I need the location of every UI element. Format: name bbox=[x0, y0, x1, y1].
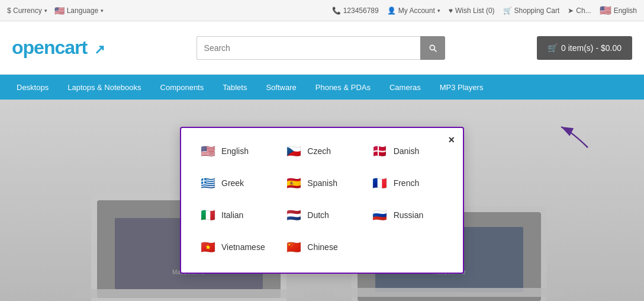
shopping-cart-link[interactable]: 🛒 Shopping Cart bbox=[503, 7, 560, 15]
nav-item-laptops[interactable]: Laptops & Notebooks bbox=[58, 75, 150, 100]
nav-item-mp3[interactable]: MP3 Players bbox=[430, 75, 493, 100]
header: opencart ↗ 🛒 0 item(s) - $0.00 bbox=[0, 21, 644, 75]
language-option-french[interactable]: 🇫🇷French bbox=[368, 172, 449, 194]
my-account-link[interactable]: 👤 My Account ▾ bbox=[387, 7, 440, 15]
logo[interactable]: opencart ↗ bbox=[12, 37, 104, 59]
language-option-vietnamese[interactable]: 🇻🇳Vietnamese bbox=[195, 236, 276, 258]
language-name-vietnamese: Vietnamese bbox=[221, 242, 265, 252]
language-name-spanish: Spanish bbox=[307, 178, 337, 188]
top-bar-right: 📞 123456789 👤 My Account ▾ ♥ Wish List (… bbox=[332, 5, 637, 16]
phone-number: 📞 123456789 bbox=[332, 7, 379, 15]
language-caret: ▾ bbox=[101, 8, 104, 14]
top-bar: $ Currency ▾ 🇺🇸 Language ▾ 📞 123456789 👤… bbox=[0, 0, 644, 21]
flag-english: 🇺🇸 bbox=[199, 142, 217, 160]
user-icon: 👤 bbox=[387, 7, 396, 15]
language-option-greek[interactable]: 🇬🇷Greek bbox=[195, 172, 276, 194]
language-name-greek: Greek bbox=[221, 178, 244, 188]
language-option-czech[interactable]: 🇨🇿Czech bbox=[281, 140, 362, 162]
checkout-icon: ➤ bbox=[568, 7, 574, 15]
language-name-english: English bbox=[221, 146, 249, 156]
flag-danish: 🇩🇰 bbox=[371, 142, 389, 160]
currency-dropdown[interactable]: $ Currency ▾ bbox=[7, 7, 47, 15]
modal-close-button[interactable]: × bbox=[448, 134, 455, 146]
language-name-russian: Russian bbox=[394, 210, 424, 220]
heart-icon: ♥ bbox=[449, 7, 453, 15]
nav-item-tablets[interactable]: Tablets bbox=[213, 75, 256, 100]
main-content: MacBook Air MacBook Air × 🇺🇸English🇨🇿Cze… bbox=[0, 100, 644, 301]
flag-czech: 🇨🇿 bbox=[285, 142, 302, 160]
cart-icon: 🛒 bbox=[503, 7, 512, 15]
flag-french: 🇫🇷 bbox=[371, 174, 389, 192]
search-button[interactable] bbox=[420, 36, 445, 60]
language-modal: × 🇺🇸English🇨🇿Czech🇩🇰Danish🇬🇷Greek🇪🇸Spani… bbox=[180, 127, 464, 274]
flag-spanish: 🇪🇸 bbox=[285, 174, 302, 192]
language-name-french: French bbox=[394, 178, 420, 188]
flag-chinese: 🇨🇳 bbox=[285, 238, 302, 256]
nav-item-desktops[interactable]: Desktops bbox=[7, 75, 58, 100]
nav-item-cameras[interactable]: Cameras bbox=[380, 75, 430, 100]
language-name-danish: Danish bbox=[394, 146, 420, 156]
language-label: Language bbox=[67, 7, 98, 15]
account-caret: ▾ bbox=[437, 8, 440, 14]
cart-button-icon: 🛒 bbox=[548, 43, 558, 53]
language-flag-icon: 🇺🇸 bbox=[54, 6, 65, 15]
nav-item-software[interactable]: Software bbox=[256, 75, 305, 100]
search-icon bbox=[428, 43, 437, 53]
language-dropdown[interactable]: 🇺🇸 Language ▾ bbox=[54, 6, 104, 15]
current-flag-icon: 🇺🇸 bbox=[600, 5, 611, 16]
language-option-russian[interactable]: 🇷🇺Russian bbox=[368, 204, 449, 226]
language-option-italian[interactable]: 🇮🇹Italian bbox=[195, 204, 276, 226]
language-grid: 🇺🇸English🇨🇿Czech🇩🇰Danish🇬🇷Greek🇪🇸Spanish… bbox=[195, 140, 449, 258]
logo-cart-icon: ↗ bbox=[94, 42, 104, 57]
cart-button[interactable]: 🛒 0 item(s) - $0.00 bbox=[537, 36, 632, 60]
search-area bbox=[197, 36, 445, 60]
wish-list-link[interactable]: ♥ Wish List (0) bbox=[449, 7, 495, 15]
checkout-link[interactable]: ➤ Ch... bbox=[568, 7, 591, 15]
language-name-italian: Italian bbox=[221, 210, 243, 220]
language-name-dutch: Dutch bbox=[307, 210, 329, 220]
language-name-czech: Czech bbox=[307, 146, 331, 156]
flag-italian: 🇮🇹 bbox=[199, 206, 217, 224]
cart-button-label: 0 item(s) - $0.00 bbox=[561, 43, 622, 53]
language-option-dutch[interactable]: 🇳🇱Dutch bbox=[281, 204, 362, 226]
flag-vietnamese: 🇻🇳 bbox=[199, 238, 217, 256]
language-name-chinese: Chinese bbox=[307, 242, 337, 252]
language-option-english[interactable]: 🇺🇸English bbox=[195, 140, 276, 162]
modal-overlay: × 🇺🇸English🇨🇿Czech🇩🇰Danish🇬🇷Greek🇪🇸Spani… bbox=[0, 100, 644, 301]
flag-greek: 🇬🇷 bbox=[199, 174, 217, 192]
current-language-indicator: 🇺🇸 English bbox=[600, 5, 637, 16]
phone-icon: 📞 bbox=[332, 7, 341, 15]
flag-dutch: 🇳🇱 bbox=[285, 206, 302, 224]
language-option-spanish[interactable]: 🇪🇸Spanish bbox=[281, 172, 362, 194]
language-option-chinese[interactable]: 🇨🇳Chinese bbox=[281, 236, 362, 258]
search-input[interactable] bbox=[197, 36, 420, 60]
language-option-danish[interactable]: 🇩🇰Danish bbox=[368, 140, 449, 162]
currency-label: $ Currency bbox=[7, 7, 42, 15]
nav-item-phones[interactable]: Phones & PDAs bbox=[306, 75, 380, 100]
navbar: Desktops Laptops & Notebooks Components … bbox=[0, 75, 644, 100]
flag-russian: 🇷🇺 bbox=[371, 206, 389, 224]
currency-caret: ▾ bbox=[44, 8, 47, 14]
logo-text: opencart ↗ bbox=[12, 37, 104, 59]
top-bar-left: $ Currency ▾ 🇺🇸 Language ▾ bbox=[7, 6, 104, 15]
nav-item-components[interactable]: Components bbox=[151, 75, 214, 100]
